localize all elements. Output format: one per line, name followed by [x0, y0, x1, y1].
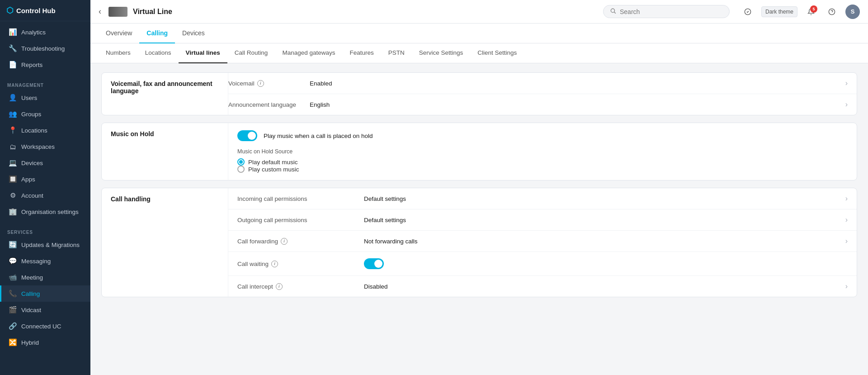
notifications-button[interactable]: 5	[804, 5, 818, 19]
breadcrumb-tab-devices[interactable]: Devices	[175, 24, 212, 43]
sidebar-item-label-locations: Locations	[21, 127, 47, 134]
call-waiting-info-icon[interactable]: i	[271, 261, 278, 267]
call-forwarding-info-icon[interactable]: i	[281, 238, 288, 245]
voicemail-info-icon[interactable]: i	[257, 80, 264, 87]
sidebar-section-label-services: SERVICES	[0, 225, 90, 237]
row-label-voicemail: Voicemaili	[228, 80, 310, 87]
meeting-icon: 📹	[9, 273, 17, 281]
card-inner-music-on-hold: Music on HoldPlay music when a call is p…	[102, 123, 857, 180]
voicemail-arrow-icon[interactable]: ›	[845, 79, 848, 87]
sidebar-item-label-meeting: Meeting	[21, 274, 43, 281]
row-label-call-forwarding: Call forwardingi	[237, 238, 364, 245]
announcement-language-arrow-icon[interactable]: ›	[845, 100, 848, 109]
devices-icon: 💻	[9, 159, 17, 167]
sidebar-item-organisation-settings[interactable]: 🏢Organisation settings	[0, 204, 90, 220]
row-value-announcement-language: English	[310, 101, 845, 108]
incoming-call-permissions-arrow-icon[interactable]: ›	[845, 195, 848, 203]
app-title: Control Hub	[16, 7, 56, 14]
sidebar-item-label-connected-uc: Connected UC	[21, 323, 61, 330]
sub-tab-managed-gateways[interactable]: Managed gateways	[275, 43, 342, 63]
sidebar-item-messaging[interactable]: 💬Messaging	[0, 253, 90, 269]
sidebar-item-groups[interactable]: 👥Groups	[0, 106, 90, 122]
sidebar-item-connected-uc[interactable]: 🔗Connected UC	[0, 318, 90, 334]
sidebar-item-label-account: Account	[21, 192, 43, 199]
sub-tab-numbers[interactable]: Numbers	[99, 43, 138, 63]
sidebar-item-troubleshooting[interactable]: 🔧Troubleshooting	[0, 40, 90, 57]
verify-button[interactable]	[741, 5, 755, 19]
search-icon	[610, 8, 616, 15]
back-button[interactable]: ‹	[99, 7, 101, 16]
connected-uc-icon: 🔗	[9, 322, 17, 330]
main-content: ‹ Virtual Line Dark theme 5 S OverviewCa…	[90, 0, 868, 375]
sidebar-section-services: SERVICES🔄Updates & Migrations💬Messaging📹…	[0, 223, 90, 353]
row-value-call-intercept: Disabled	[364, 283, 845, 290]
updates-migrations-icon: 🔄	[9, 241, 17, 249]
sub-tab-pstn[interactable]: PSTN	[381, 43, 412, 63]
music-hold-toggle-label: Play music when a call is placed on hold	[264, 133, 373, 139]
sidebar-item-hybrid[interactable]: 🔀Hybrid	[0, 334, 90, 351]
avatar[interactable]: S	[845, 5, 860, 19]
music-hold-source-label: Music on Hold Source	[237, 148, 848, 155]
vidcast-icon: 🎬	[9, 306, 17, 314]
apps-icon: 🔲	[9, 175, 17, 183]
sub-tab-client-settings[interactable]: Client Settings	[470, 43, 524, 63]
sidebar-item-locations[interactable]: 📍Locations	[0, 122, 90, 138]
row-label-outgoing-call-permissions: Outgoing call permissions	[237, 217, 364, 223]
sidebar-item-analytics[interactable]: 📊Analytics	[0, 24, 90, 40]
sidebar-item-label-hybrid: Hybrid	[21, 339, 39, 346]
dark-theme-button[interactable]: Dark theme	[761, 6, 797, 17]
sidebar: ⬡ Control Hub 📊Analytics🔧Troubleshooting…	[0, 0, 90, 375]
card-title-voicemail-fax: Voicemail, fax and announcement language	[102, 73, 228, 115]
sub-tab-locations[interactable]: Locations	[138, 43, 179, 63]
content-area: Voicemail, fax and announcement language…	[90, 63, 868, 375]
card-row-voicemail: VoicemailiEnabled›	[228, 73, 857, 94]
sub-tab-virtual-lines[interactable]: Virtual lines	[179, 43, 227, 63]
calling-icon: 📞	[9, 290, 17, 298]
radio-default[interactable]: Play default music	[237, 158, 848, 166]
breadcrumb-tab-calling[interactable]: Calling	[139, 24, 175, 43]
card-row-call-forwarding: Call forwardingiNot forwarding calls›	[228, 231, 857, 252]
sub-tabs: NumbersLocationsVirtual linesCall Routin…	[90, 43, 868, 63]
row-value-outgoing-call-permissions: Default settings	[364, 217, 845, 223]
sidebar-item-account[interactable]: ⚙Account	[0, 187, 90, 204]
music-hold-toggle[interactable]	[237, 130, 257, 141]
radio-custom[interactable]: Play custom music	[237, 166, 848, 173]
sidebar-item-users[interactable]: 👤Users	[0, 90, 90, 106]
troubleshooting-icon: 🔧	[9, 44, 17, 52]
sidebar-item-label-devices: Devices	[21, 160, 43, 166]
sidebar-item-apps[interactable]: 🔲Apps	[0, 171, 90, 187]
outgoing-call-permissions-arrow-icon[interactable]: ›	[845, 216, 848, 224]
call-forwarding-arrow-icon[interactable]: ›	[845, 237, 848, 245]
call-intercept-info-icon[interactable]: i	[276, 283, 283, 290]
radio-circle-custom	[237, 166, 245, 173]
call-waiting-toggle[interactable]	[364, 258, 384, 269]
sidebar-item-updates-migrations[interactable]: 🔄Updates & Migrations	[0, 237, 90, 253]
sidebar-item-calling[interactable]: 📞Calling	[0, 285, 90, 302]
sidebar-item-label-analytics: Analytics	[21, 29, 46, 36]
sidebar-item-vidcast[interactable]: 🎬Vidcast	[0, 302, 90, 318]
sidebar-item-workspaces[interactable]: 🗂Workspaces	[0, 138, 90, 155]
sidebar-item-devices[interactable]: 💻Devices	[0, 155, 90, 171]
svg-line-1	[614, 12, 616, 14]
card-row-outgoing-call-permissions: Outgoing call permissionsDefault setting…	[228, 209, 857, 231]
sub-tab-call-routing[interactable]: Call Routing	[227, 43, 275, 63]
card-music-on-hold: Music on HoldPlay music when a call is p…	[101, 123, 857, 180]
card-inner-call-handling: Call handlingIncoming call permissionsDe…	[102, 188, 857, 297]
sub-tab-service-settings[interactable]: Service Settings	[412, 43, 471, 63]
search-input[interactable]	[620, 8, 723, 15]
search-bar	[603, 5, 730, 18]
row-value-incoming-call-permissions: Default settings	[364, 195, 845, 202]
sidebar-item-reports[interactable]: 📄Reports	[0, 57, 90, 73]
card-row-call-waiting: Call waitingi	[228, 252, 857, 276]
breadcrumb-tabs: OverviewCallingDevices	[90, 24, 868, 43]
call-intercept-arrow-icon[interactable]: ›	[845, 282, 848, 290]
row-label-incoming-call-permissions: Incoming call permissions	[237, 195, 364, 202]
topbar-actions: Dark theme 5 S	[741, 5, 860, 19]
sub-tab-features[interactable]: Features	[342, 43, 381, 63]
topbar: ‹ Virtual Line Dark theme 5 S	[90, 0, 868, 24]
messaging-icon: 💬	[9, 257, 17, 265]
sidebar-item-meeting[interactable]: 📹Meeting	[0, 269, 90, 285]
help-button[interactable]	[825, 5, 839, 19]
card-title-call-handling: Call handling	[102, 188, 228, 297]
breadcrumb-tab-overview[interactable]: Overview	[99, 24, 139, 43]
